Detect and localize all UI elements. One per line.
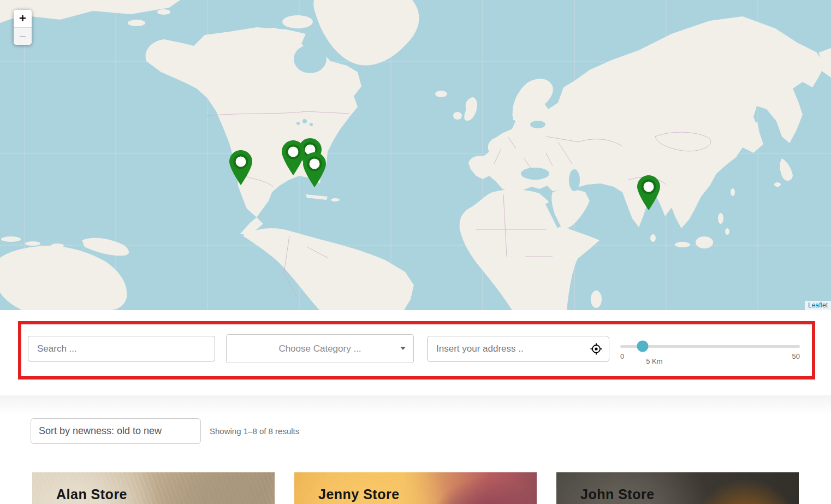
sort-select-label: Sort by newness: old to new: [39, 425, 162, 437]
radius-min-label: 0: [620, 352, 624, 360]
store-name: John Store: [580, 487, 788, 502]
map-zoom-control: + −: [14, 10, 32, 45]
store-cards-grid: Alan Store ☆☆☆☆☆ Jenny Store ☆☆☆☆☆ John …: [32, 472, 799, 504]
section-divider: [0, 395, 831, 417]
radius-slider[interactable]: [620, 345, 800, 348]
zoom-out-button[interactable]: −: [14, 27, 32, 45]
store-marker-icon[interactable]: [302, 152, 327, 188]
zoom-in-button[interactable]: +: [14, 10, 32, 27]
radius-value-label: 5 Km: [646, 357, 662, 365]
category-select-label: Choose Category ...: [278, 343, 361, 354]
store-card[interactable]: John Store ☆☆☆☆☆: [556, 472, 799, 504]
address-input[interactable]: [436, 343, 589, 354]
store-name: Jenny Store: [318, 487, 526, 502]
leaflet-map[interactable]: + − Leaflet: [0, 0, 831, 310]
store-marker-icon[interactable]: [229, 150, 253, 186]
leaflet-attribution-link[interactable]: Leaflet: [805, 301, 831, 310]
radius-slider-wrap: 0 50 5 Km: [620, 337, 800, 360]
category-select[interactable]: Choose Category ...: [226, 334, 414, 363]
search-input[interactable]: [28, 336, 215, 361]
chevron-down-icon: [400, 347, 406, 350]
store-card[interactable]: Alan Store ☆☆☆☆☆: [32, 472, 275, 504]
store-filter-bar: Choose Category ... 0 50 5 Km: [18, 321, 815, 380]
results-count: Showing 1–8 of 8 results: [210, 426, 299, 436]
store-card[interactable]: Jenny Store ☆☆☆☆☆: [294, 472, 537, 504]
sort-select[interactable]: Sort by newness: old to new: [31, 418, 201, 444]
radius-slider-handle[interactable]: [637, 341, 649, 352]
geolocate-icon[interactable]: [589, 342, 603, 356]
store-marker-icon[interactable]: [637, 175, 661, 211]
store-marker-icon[interactable]: [281, 140, 305, 176]
world-map-tiles: [0, 0, 831, 310]
results-header: Sort by newness: old to new Showing 1–8 …: [31, 418, 831, 444]
store-name: Alan Store: [56, 487, 264, 502]
address-field-wrap: [427, 336, 609, 362]
radius-max-label: 50: [792, 352, 800, 360]
